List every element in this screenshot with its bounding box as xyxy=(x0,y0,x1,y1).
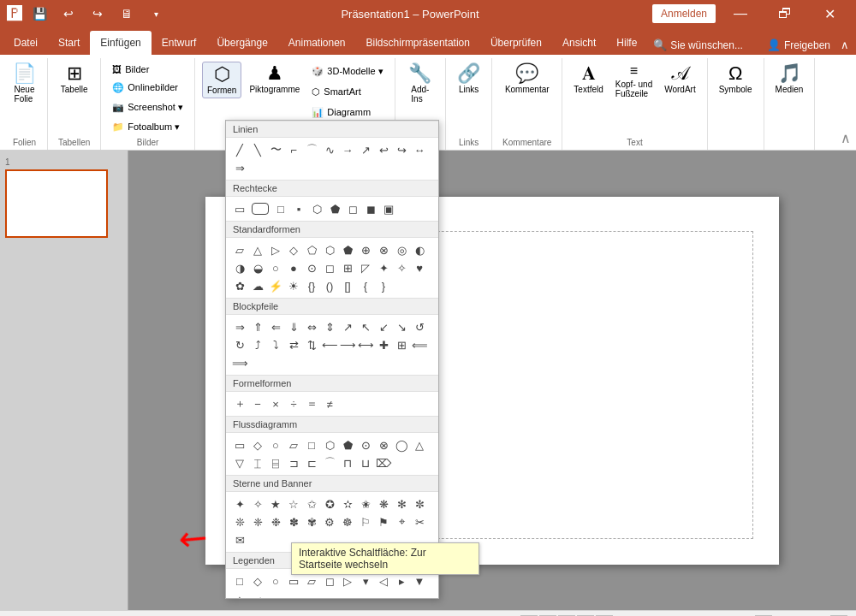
st15[interactable]: ✽ xyxy=(285,513,302,530)
s6[interactable]: ⬡ xyxy=(321,241,338,258)
shape-curve[interactable]: 〜 xyxy=(267,141,284,158)
shape-arrow2[interactable]: ↗ xyxy=(357,141,374,158)
s26[interactable]: ☀ xyxy=(285,277,302,294)
shape-rect2[interactable]: □ xyxy=(272,200,289,217)
fd9[interactable]: ⊗ xyxy=(375,436,392,453)
s10[interactable]: ◎ xyxy=(393,241,410,258)
bp10[interactable]: ↘ xyxy=(393,318,410,335)
tab-start[interactable]: Start xyxy=(48,31,90,55)
fd2[interactable]: ◇ xyxy=(249,436,266,453)
tab-hilfe[interactable]: Hilfe xyxy=(606,31,647,55)
formen-btn[interactable]: ⬡ Formen xyxy=(202,62,241,98)
tab-datei[interactable]: Datei xyxy=(3,31,48,55)
bp18[interactable]: ⟶ xyxy=(339,336,356,353)
st19[interactable]: ⚐ xyxy=(357,513,374,530)
tab-entwurf[interactable]: Entwurf xyxy=(152,31,207,55)
textfeld-btn[interactable]: 𝐀 Textfeld xyxy=(569,62,607,97)
symbole-btn[interactable]: Ω Symbole xyxy=(715,62,757,97)
st6[interactable]: ✪ xyxy=(321,495,338,512)
shape-snip1[interactable]: ⬡ xyxy=(308,200,325,217)
view-presentation[interactable]: 🖵 xyxy=(702,613,722,617)
screenshot-btn[interactable]: 📷 Screenshot ▾ xyxy=(108,98,187,116)
s25[interactable]: ⚡ xyxy=(267,277,284,294)
st9[interactable]: ❋ xyxy=(375,495,392,512)
s16[interactable]: ⊙ xyxy=(303,259,320,276)
tab-uebergaenge[interactable]: Übergänge xyxy=(206,31,277,55)
lg10[interactable]: ▸ xyxy=(393,572,410,589)
piktogramme-btn[interactable]: ♟ Piktogramme xyxy=(245,62,304,97)
tab-animationen[interactable]: Animationen xyxy=(278,31,356,55)
lg9[interactable]: ◁ xyxy=(375,572,392,589)
bp1[interactable]: ⇒ xyxy=(231,318,248,335)
view-slide-sorter[interactable]: ⊞ xyxy=(647,613,668,617)
tabelle-btn[interactable]: ⊞ Tabelle xyxy=(56,62,92,97)
bp16[interactable]: ⇅ xyxy=(303,336,320,353)
s4[interactable]: ◇ xyxy=(285,241,302,258)
bp5[interactable]: ⇔ xyxy=(303,318,320,335)
present-btn[interactable]: 🖥 xyxy=(115,2,139,26)
lg2[interactable]: ◇ xyxy=(249,572,266,589)
s13[interactable]: ◒ xyxy=(249,259,266,276)
lg6[interactable]: ◻ xyxy=(321,572,338,589)
bilder-btn[interactable]: 🖼 Bilder xyxy=(108,62,176,77)
shape-line[interactable]: ╱ xyxy=(231,141,248,158)
shape-snip2[interactable]: ⬟ xyxy=(326,200,343,217)
st12[interactable]: ❊ xyxy=(231,513,248,530)
qat-dropdown[interactable]: ▾ xyxy=(144,2,168,26)
fd7[interactable]: ⬟ xyxy=(339,436,356,453)
ff6[interactable]: ≠ xyxy=(321,395,338,412)
shape-rect[interactable]: ▭ xyxy=(231,200,248,217)
shape-arrow4[interactable]: ↪ xyxy=(393,141,410,158)
ff4[interactable]: ÷ xyxy=(285,395,302,412)
fd5[interactable]: □ xyxy=(303,436,320,453)
st2[interactable]: ✧ xyxy=(249,495,266,512)
s27[interactable]: {} xyxy=(303,277,320,294)
bp13[interactable]: ⤴ xyxy=(249,336,266,353)
bp22[interactable]: ⟸ xyxy=(411,336,428,353)
s7[interactable]: ⬟ xyxy=(339,241,356,258)
kommentar-btn[interactable]: 💬 Kommentar xyxy=(501,62,554,97)
shape-roundrect[interactable] xyxy=(252,203,269,215)
tab-einfuegen[interactable]: Einfügen xyxy=(90,31,151,55)
ff1[interactable]: ＋ xyxy=(231,395,248,412)
bp8[interactable]: ↖ xyxy=(357,318,374,335)
s1[interactable]: ▱ xyxy=(231,241,248,258)
lg7[interactable]: ▷ xyxy=(339,572,356,589)
diagramm-btn[interactable]: 📊 Diagramm xyxy=(307,103,387,121)
ff3[interactable]: × xyxy=(267,395,284,412)
close-btn[interactable]: ✕ xyxy=(810,0,849,27)
s2[interactable]: △ xyxy=(249,241,266,258)
st7[interactable]: ✫ xyxy=(339,495,356,512)
lg8[interactable]: ▾ xyxy=(357,572,374,589)
ff2[interactable]: − xyxy=(249,395,266,412)
st18[interactable]: ☸ xyxy=(339,513,356,530)
bp14[interactable]: ⤵ xyxy=(267,336,284,353)
s15[interactable]: ● xyxy=(285,259,302,276)
st1[interactable]: ✦ xyxy=(231,495,248,512)
restore-btn[interactable]: 🗗 xyxy=(765,0,805,27)
bp23[interactable]: ⟹ xyxy=(231,354,248,371)
help-search-label[interactable]: Sie wünschen... xyxy=(670,39,743,51)
fotoalbum-btn[interactable]: 📁 Fotoalbum ▾ xyxy=(108,117,184,136)
neue-folie-btn[interactable]: 📄 NeueFolie xyxy=(9,62,40,106)
bp19[interactable]: ⟷ xyxy=(357,336,374,353)
fd16[interactable]: ⊏ xyxy=(303,454,320,471)
signin-button[interactable]: Anmelden xyxy=(652,4,716,23)
ribbon-collapse-btn[interactable]: ∧ xyxy=(841,38,849,51)
3d-modelle-btn[interactable]: 🎲 3D-Modelle ▾ xyxy=(307,62,387,80)
st5[interactable]: ✩ xyxy=(303,495,320,512)
fd1[interactable]: ▭ xyxy=(231,436,248,453)
fd17[interactable]: ⌒ xyxy=(321,454,338,471)
st11[interactable]: ✼ xyxy=(411,495,428,512)
shape-earrow[interactable]: ⇒ xyxy=(231,159,248,176)
links-btn[interactable]: 🔗 Links xyxy=(453,62,484,97)
onlinebilder-btn[interactable]: 🌐 Onlinebilder xyxy=(108,78,182,97)
s11[interactable]: ◐ xyxy=(411,241,428,258)
shape-round1[interactable]: ▣ xyxy=(380,200,397,217)
bp11[interactable]: ↺ xyxy=(411,318,428,335)
slide-thumbnail[interactable] xyxy=(5,169,108,238)
smartart-btn[interactable]: ⬡ SmartArt xyxy=(307,82,387,101)
tab-ueberpruefen[interactable]: Überprüfen xyxy=(480,31,552,55)
st13[interactable]: ❈ xyxy=(249,513,266,530)
s31[interactable]: } xyxy=(375,277,392,294)
